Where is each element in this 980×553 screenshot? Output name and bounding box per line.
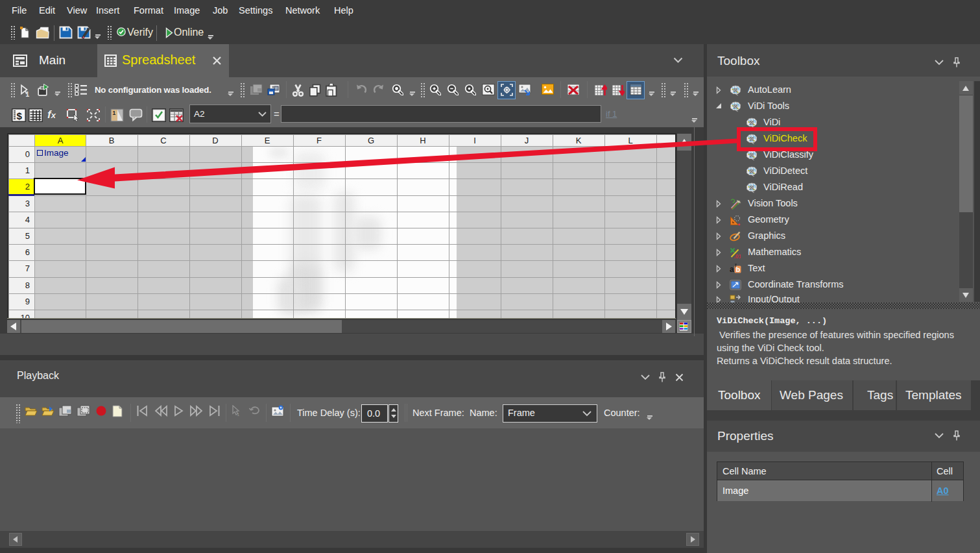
- svg-text:b: b: [736, 265, 741, 273]
- svg-text:$: $: [17, 110, 23, 121]
- svg-text:.01: .01: [734, 253, 741, 259]
- svg-text:1: 1: [237, 412, 240, 417]
- svg-text:a: a: [730, 265, 734, 274]
- svg-text:1: 1: [113, 110, 116, 116]
- svg-text:1: 1: [26, 91, 30, 97]
